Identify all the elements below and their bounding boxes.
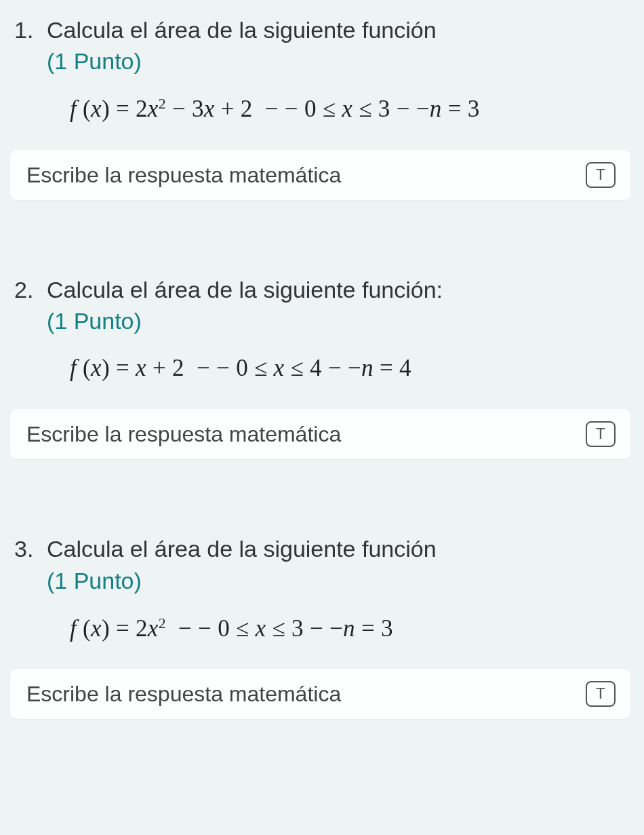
question-header: 2. Calcula el área de la siguiente funci…	[10, 275, 630, 336]
question-equation: f (x) = x + 2 − − 0 ≤ x ≤ 4 − −n = 4	[70, 355, 630, 382]
question-title: Calcula el área de la siguiente función:	[47, 275, 630, 305]
answer-input-box[interactable]: Escribe la respuesta matemática T	[10, 150, 630, 200]
question-title-block: Calcula el área de la siguiente función:…	[47, 275, 630, 336]
question-2: 2. Calcula el área de la siguiente funci…	[10, 275, 630, 459]
question-title-block: Calcula el área de la siguiente función …	[47, 15, 630, 76]
question-1: 1. Calcula el área de la siguiente funci…	[10, 15, 630, 200]
question-number: 3.	[14, 534, 40, 564]
question-points: (1 Punto)	[47, 306, 630, 336]
t-icon: T	[596, 685, 605, 703]
answer-placeholder: Escribe la respuesta matemática	[26, 682, 341, 707]
question-points: (1 Punto)	[47, 46, 630, 76]
question-header: 1. Calcula el área de la siguiente funci…	[10, 15, 630, 76]
math-keyboard-button[interactable]: T	[586, 681, 616, 707]
question-title: Calcula el área de la siguiente función	[47, 534, 630, 564]
question-title: Calcula el área de la siguiente función	[47, 15, 630, 45]
t-icon: T	[596, 425, 605, 444]
question-points: (1 Punto)	[47, 566, 630, 596]
question-3: 3. Calcula el área de la siguiente funci…	[10, 534, 630, 719]
answer-placeholder: Escribe la respuesta matemática	[26, 422, 341, 447]
t-icon: T	[596, 166, 605, 185]
question-header: 3. Calcula el área de la siguiente funci…	[10, 534, 630, 595]
question-number: 1.	[14, 15, 40, 45]
math-keyboard-button[interactable]: T	[586, 162, 616, 188]
answer-placeholder: Escribe la respuesta matemática	[26, 163, 341, 188]
answer-input-box[interactable]: Escribe la respuesta matemática T	[10, 669, 630, 719]
math-keyboard-button[interactable]: T	[586, 421, 616, 447]
question-number: 2.	[14, 275, 40, 305]
answer-input-box[interactable]: Escribe la respuesta matemática T	[10, 409, 630, 459]
question-equation: f (x) = 2x2 − − 0 ≤ x ≤ 3 − −n = 3	[70, 615, 630, 642]
question-equation: f (x) = 2x2 − 3x + 2 − − 0 ≤ x ≤ 3 − −n …	[70, 95, 630, 123]
question-title-block: Calcula el área de la siguiente función …	[47, 534, 630, 595]
